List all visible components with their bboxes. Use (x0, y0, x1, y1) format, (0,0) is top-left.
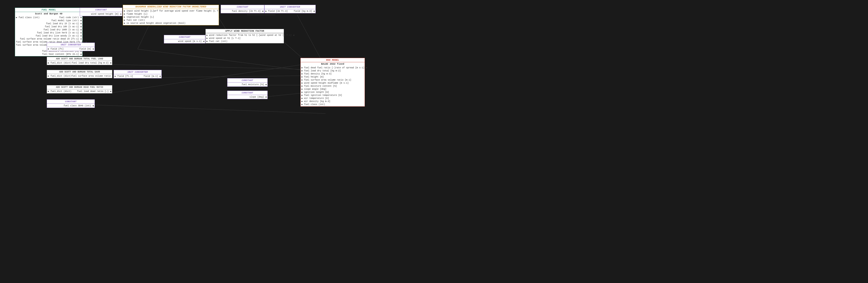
fuel-model-row-8: fuel surface area volume ratio dead 1h [… (15, 37, 82, 40)
wind-factor-row-4: ▶ fuel cat (int) (123, 19, 219, 22)
ros-savr-label: ▶ fuel surface area volume ratio [m-1] (302, 78, 351, 81)
scott-dead-fuel-node: ADD SCOTT AND BURGAN DEAD FUEL RATIO ▶ f… (47, 85, 112, 93)
wind-source-label: ▶ is source wind height above vegetation… (124, 22, 185, 25)
ros-row-9: ▶ ignition length [m] (301, 91, 365, 94)
wind-speed-h2-label: wind speed at h2 [L T-1] ◀ (260, 34, 294, 36)
scott-total-output-label: fuel load dry total [kg m-2] ◀ (72, 62, 111, 64)
scott-total-fuel-row: ▶ fuel_dict (dict) fuel load dry total [… (47, 61, 112, 64)
scott-savr-dict-label: ▶ fuel_dict (dict) (48, 75, 71, 77)
fuel-density-output-label: fuel density [lb ft-3] ◀ (232, 10, 263, 12)
wind-factor-row-1: ▶ input wind height [L] wrf for average … (123, 9, 219, 12)
ros-fuel-density-label: ▶ fuel density [kg m-3] (302, 72, 332, 75)
ros-row-7: ▶ fuel moisture content [%] (301, 85, 365, 88)
fuel-load-1h-label: fuel load dry 1h [t ac-1] ◀ (46, 22, 82, 25)
savr-ft-in-label: ▶ field [ft-1] (115, 75, 133, 77)
scott-total-fuel-title: ADD SCOTT AND BURGAN TOTAL FUEL LOAD (47, 57, 112, 61)
constant-wind-speed-output: wind speed [m s-1] ◀ (164, 40, 205, 43)
wind-input-height-label: ▶ input wind height [L] (124, 10, 154, 12)
savr-m-out-label: field [m-1] ◀ (144, 75, 161, 77)
ros-row-3: ▶ fuel density [kg m-3] (301, 72, 365, 75)
fuel-moisture-output-label: fuel moisture [%] ◀ (242, 83, 267, 86)
fuel-model-row-4: fuel load dry 10h [t ac-1] ◀ (15, 25, 82, 28)
constant-fuel-class-output: fuel class SB40 (int) ◀ (47, 104, 95, 107)
wind-speed-output-label: wind speed [m s-1] ◀ (178, 40, 204, 42)
ros-slope-angle-label: ▶ slope angle [deg] (302, 88, 327, 90)
apply-wind-title: APPLY WIND REDUCTION FACTOR (206, 29, 284, 33)
ros-row-4: ▶ fuel height [m] (301, 75, 365, 78)
wind-height-output-label: wind speed height [m] ◀ (91, 13, 121, 15)
ros-fuel-class-label: ▶ fuel class (int) (302, 103, 325, 106)
density-in-label: ▶ field [lb ft-3] (266, 10, 288, 12)
fuel-model-row-6: fuel load dry live herb [t ac-1] ◀ (15, 31, 82, 34)
constant-slope-output: slope [deg] ◀ (227, 95, 268, 98)
wind-factor-title: BAUGHMAN GENERALIZED WIND REDUCTION FACT… (123, 5, 219, 9)
wind-factor-row-5: ▶ is source wind height above vegetation… (123, 22, 219, 25)
constant-wind-speed-node: CONSTANT wind speed [m s-1] ◀ (164, 35, 205, 43)
scott-savr-node: ADD SCOTT AND BURGAN TOTAL SAVR ▶ fuel_d… (47, 70, 112, 78)
constant-wind-height-title: CONSTANT (80, 8, 122, 12)
scott-dead-dict-label: ▶ fuel_dict (dict) (48, 90, 71, 93)
wind-veg-height-label: ▶ vegetation height [L] (124, 16, 154, 18)
scott-total-fuel-node: ADD SCOTT AND BURGAN TOTAL FUEL LOAD ▶ f… (47, 57, 112, 65)
unit-converter-density-title: UNIT CONVERTER (265, 5, 315, 9)
height-ft-in-label: ▶ field [ft] (48, 48, 64, 50)
ros-fuel-moisture-label: ▶ fuel moisture content [%] (302, 85, 337, 87)
ros-wind-speed-label: ▶ wind speed height midflame [m s-1] (302, 82, 349, 84)
ros-ignition-temp-label: ▶ fuel ignition temperature [K] (302, 94, 342, 96)
scott-dead-output-label: fuel load dead ratio [-] ◀ (77, 90, 111, 93)
ros-fuel-load-label: ▶ fuel load dry total [kg m-2] (302, 69, 341, 72)
wind-fuel-cat-label: ▶ fuel cat (int) (124, 19, 145, 22)
fuel-model-row-5: fuel load dry 100h [t ac-1] ◀ (15, 28, 82, 31)
constant-wind-height-node: CONSTANT wind speed height [m] ◀ (80, 8, 122, 16)
scott-savr-title: ADD SCOTT AND BURGAN TOTAL SAVR (47, 70, 112, 74)
fuel-model-title: FUEL MODEL (15, 8, 82, 12)
svg-line-8 (112, 64, 326, 70)
fuel-savr-1h-label: fuel surface area volume ratio dead 1h [… (20, 37, 82, 40)
ros-dead-ratio-label: ▶ fuel dead fuel ratio [-] (302, 66, 336, 69)
ros-row-6: ▶ wind speed height midflame [m s-1] (301, 82, 365, 85)
wind-factor-row-2: ▶ flame height [L] (123, 12, 219, 15)
unit-converter-density-row: ▶ field [lb ft-3] field [kg m-3] ◀ (265, 10, 315, 13)
workflow-canvas: FUEL MODEL Scott and Burgan 40 ▶ fuel cl… (0, 0, 868, 283)
ros-row-8: ▶ slope angle [deg] (301, 88, 365, 91)
svg-line-15 (137, 49, 326, 73)
wind-speed-h1-label: ▶ wind speed at h1 [L T-1] (207, 37, 241, 39)
ros-air-temp-label: ▶ air temperature [K] (302, 97, 329, 100)
fuel-load-10h-label: fuel load dry 10h [t ac-1] ◀ (45, 25, 82, 28)
wind-reduction-factor-label: ▶ wind reduction factor from h1 to h2 [-… (207, 34, 260, 36)
unit-converter-savr-row: ▶ field [ft-1] field [m-1] ◀ (114, 75, 161, 78)
unit-converter-fuel-height-title: UNIT CONVERTER (47, 43, 95, 47)
ros-rate-spread-label: rate of spread [m s-1] ◀ (336, 66, 367, 69)
fuel-model-row-13: fuel heat content [BTU lb-1] ◀ (15, 53, 82, 56)
wind-wrf-label: wrf for average wind speed over flame he… (154, 10, 225, 12)
ros-ignition-length-label: ▶ ignition length [m] (302, 91, 329, 93)
ros-row-11: ▶ air temperature [K] (301, 97, 365, 100)
apply-wind-row-3: ▶ fuel cat (int) (206, 40, 284, 43)
fuel-class-label: ▶ fuel class (int) (16, 16, 39, 19)
constant-slope-node: CONSTANT slope [deg] ◀ (227, 91, 268, 99)
ros-row-5: ▶ fuel surface area volume ratio [m-1] (301, 78, 365, 82)
wind-factor-row-3: ▶ vegetation height [L] (123, 15, 219, 19)
ros-model-subtitle: BALBI 2022 fixed (301, 62, 365, 66)
scott-savr-row: ▶ fuel_dict (dict) fuel surface area vol… (47, 74, 112, 77)
constant-fuel-class-node: CONSTANT fuel class SB40 (int) ◀ (47, 99, 95, 108)
fuel-load-herb-label: fuel load dry live herb [t ac-1] ◀ (37, 31, 82, 34)
fuel-class-sb40-label: fuel class SB40 (int) ◀ (64, 104, 94, 107)
svg-line-14 (92, 105, 326, 114)
constant-wind-speed-title: CONSTANT (164, 35, 205, 39)
unit-converter-fuel-height-node: UNIT CONVERTER ▶ field [ft] field [m] ◀ (47, 42, 95, 51)
apply-wind-row-1: ▶ wind reduction factor from h1 to h2 [-… (206, 34, 284, 37)
ros-fuel-height-label: ▶ fuel height [m] (302, 75, 324, 78)
apply-wind-reduction-node: APPLY WIND REDUCTION FACTOR ▶ wind reduc… (205, 29, 284, 43)
wind-factor-node: BAUGHMAN GENERALIZED WIND REDUCTION FACT… (123, 5, 219, 25)
fuel-model-row-1: ▶ fuel class (int) fuel code (str) ◀ (15, 16, 82, 19)
wind-flame-height-label: ▶ flame height [L] (124, 13, 148, 15)
apply-wind-fuel-cat-label: ▶ fuel cat (int) (207, 40, 227, 42)
constant-wind-height-output: wind speed height [m] ◀ (80, 12, 122, 15)
unit-converter-savr-node: UNIT CONVERTER ▶ field [ft-1] field [m-1… (114, 70, 162, 78)
constant-fuel-density-node: CONSTANT fuel density [lb ft-3] ◀ (221, 5, 265, 13)
fuel-load-woody-label: fuel load dry live woody [t ac-1] ◀ (36, 34, 82, 37)
fuel-model-row-7: fuel load dry live woody [t ac-1] ◀ (15, 34, 82, 37)
ros-row-12: ▶ air density [kg m-3] (301, 100, 365, 103)
scott-dead-fuel-row: ▶ fuel_dict (dict) fuel load dead ratio … (47, 90, 112, 93)
